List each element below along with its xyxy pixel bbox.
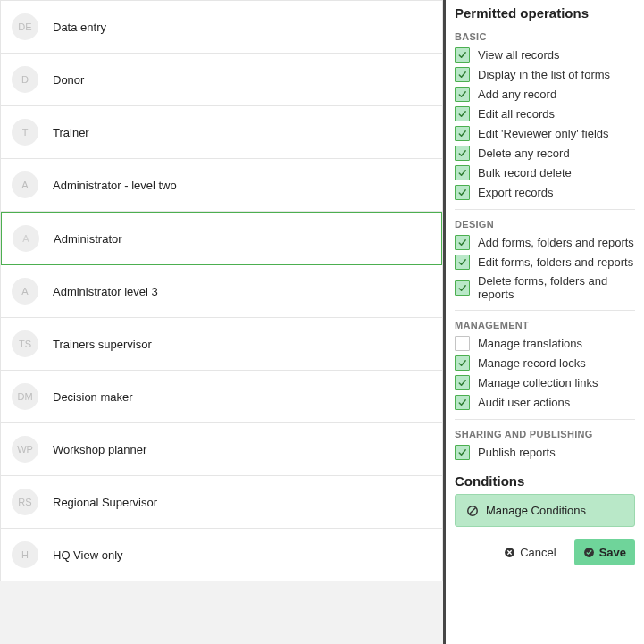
permission-row: View all records (455, 47, 635, 63)
conditions-title: Conditions (455, 473, 635, 489)
role-label: Regional Supervisor (53, 496, 157, 509)
role-item[interactable]: DEData entry (1, 1, 442, 54)
role-item[interactable]: AAdministrator level 3 (1, 265, 442, 318)
role-label: Administrator (54, 232, 122, 246)
permission-label: Audit user actions (478, 396, 570, 409)
permissions-panel: Permitted operations BASICView all recor… (443, 0, 644, 644)
avatar: WP (12, 436, 38, 463)
role-label: Trainer (53, 126, 89, 139)
permission-checkbox[interactable] (455, 165, 470, 180)
permission-groups: BASICView all recordsDisplay in the list… (455, 22, 635, 464)
role-label: HQ View only (53, 548, 123, 562)
role-item[interactable]: DMDecision maker (1, 371, 442, 423)
role-item[interactable]: TTrainer (1, 106, 442, 159)
permission-label: Add any record (478, 88, 556, 101)
permission-label: Manage collection links (478, 376, 598, 389)
avatar: A (12, 171, 38, 198)
role-item[interactable]: RSRegional Supervisor (1, 476, 442, 529)
permission-label: Publish reports (478, 446, 556, 459)
permission-checkbox[interactable] (455, 395, 470, 410)
role-label: Administrator - level two (53, 179, 177, 192)
avatar: TS (12, 330, 38, 357)
permission-row: Edit forms, folders and reports (455, 255, 635, 270)
permission-checkbox[interactable] (455, 87, 470, 102)
cancel-button[interactable]: Cancel (495, 539, 565, 565)
permissions-group-label: MANAGEMENT (455, 310, 635, 330)
role-label: Administrator level 3 (53, 285, 158, 298)
permission-label: Edit 'Reviewer only' fields (478, 127, 609, 140)
permission-checkbox[interactable] (455, 336, 470, 351)
permission-label: Edit forms, folders and reports (478, 255, 633, 269)
permission-row: Audit user actions (455, 395, 635, 410)
permissions-group-label: SHARING AND PUBLISHING (455, 419, 635, 439)
close-icon (504, 547, 515, 558)
permission-label: Manage record locks (478, 356, 586, 370)
permissions-group-label: DESIGN (455, 209, 635, 230)
cancel-label: Cancel (520, 546, 556, 559)
permission-row: Add any record (455, 87, 635, 102)
permissions-group-label: BASIC (455, 31, 635, 42)
permission-label: View all records (478, 48, 560, 62)
permission-label: Manage translations (478, 337, 582, 350)
role-item[interactable]: WPWorkshop planner (1, 423, 442, 476)
permission-row: Delete any record (455, 146, 635, 161)
check-circle-icon (583, 547, 595, 558)
permission-label: Delete forms, folders and reports (478, 274, 635, 301)
permission-label: Export records (478, 186, 554, 199)
permission-label: Bulk record delete (478, 166, 572, 180)
permission-checkbox[interactable] (455, 67, 470, 82)
block-icon (466, 505, 479, 517)
manage-conditions-button[interactable]: Manage Conditions (455, 494, 635, 527)
permission-label: Edit all records (478, 107, 555, 121)
role-item[interactable]: AAdministrator (1, 212, 442, 265)
avatar: DM (12, 383, 38, 410)
permission-row: Publish reports (455, 445, 635, 460)
role-list: DEData entryDDonorTTrainerAAdministrator… (0, 0, 443, 581)
permission-row: Manage translations (455, 336, 635, 351)
permission-row: Export records (455, 185, 635, 200)
permission-checkbox[interactable] (455, 355, 470, 371)
manage-conditions-label: Manage Conditions (486, 504, 586, 517)
save-button[interactable]: Save (574, 539, 635, 565)
role-label: Donor (53, 73, 84, 87)
avatar: RS (12, 489, 38, 515)
permission-row: Add forms, folders and reports (455, 235, 635, 250)
permission-checkbox[interactable] (455, 280, 470, 296)
role-item[interactable]: TSTrainers supervisor (1, 318, 442, 371)
save-label: Save (599, 546, 626, 559)
permission-row: Bulk record delete (455, 165, 635, 180)
role-label: Workshop planner (53, 443, 146, 456)
role-item[interactable]: AAdministrator - level two (1, 159, 442, 212)
permission-checkbox[interactable] (455, 146, 470, 161)
role-label: Decision maker (53, 390, 133, 404)
permission-checkbox[interactable] (455, 106, 470, 121)
permission-label: Add forms, folders and reports (478, 236, 634, 249)
permission-checkbox[interactable] (455, 255, 470, 270)
avatar: T (12, 119, 38, 146)
avatar: A (12, 278, 38, 305)
role-label: Data entry (53, 21, 106, 34)
permission-row: Manage record locks (455, 355, 635, 371)
avatar: DE (12, 13, 38, 40)
permission-label: Display in the list of forms (478, 68, 610, 81)
dialog-footer: Cancel Save (455, 539, 635, 565)
role-label: Trainers supervisor (53, 338, 152, 351)
avatar: H (12, 541, 38, 568)
permission-row: Display in the list of forms (455, 67, 635, 82)
permission-checkbox[interactable] (455, 185, 470, 200)
permission-row: Manage collection links (455, 375, 635, 390)
permission-checkbox[interactable] (455, 47, 470, 63)
avatar: A (13, 225, 39, 252)
permission-checkbox[interactable] (455, 445, 470, 460)
permissions-title: Permitted operations (455, 5, 635, 21)
permission-row: Edit 'Reviewer only' fields (455, 126, 635, 141)
permission-checkbox[interactable] (455, 126, 470, 141)
permission-checkbox[interactable] (455, 375, 470, 390)
role-item[interactable]: DDonor (1, 54, 442, 106)
roles-panel: DEData entryDDonorTTrainerAAdministrator… (0, 0, 443, 644)
permission-checkbox[interactable] (455, 235, 470, 250)
role-item[interactable]: HHQ View only (1, 529, 442, 581)
avatar: D (12, 66, 38, 93)
permission-label: Delete any record (478, 146, 570, 160)
permission-row: Delete forms, folders and reports (455, 274, 635, 301)
